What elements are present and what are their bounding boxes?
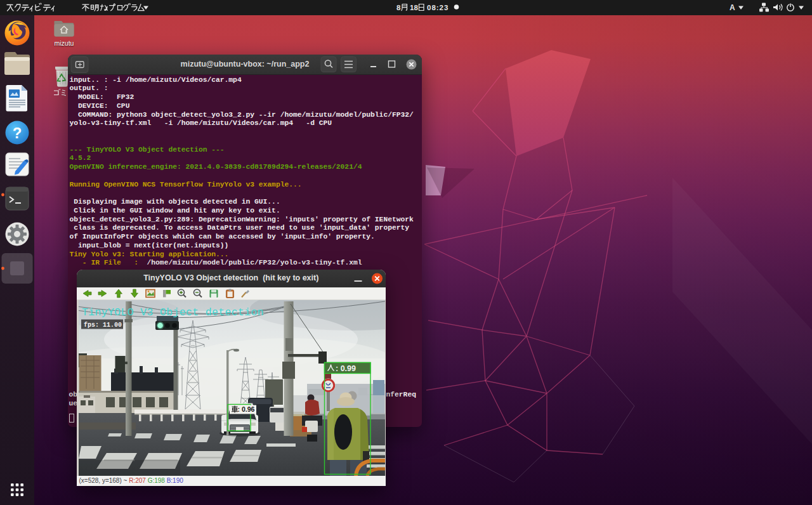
svg-text:18: 18 [410,4,418,11]
svg-text:08:23: 08:23 [427,4,449,11]
svg-text:TinyYOLO V3 Object detection: TinyYOLO V3 Object detection [82,306,264,318]
svg-text:: 0.96: : 0.96 [237,405,254,413]
svg-text:fps: 11.00: fps: 11.00 [84,322,122,329]
svg-text:: 0.99: : 0.99 [336,364,356,373]
svg-text:8: 8 [396,4,401,11]
svg-text:?: ? [13,124,22,141]
svg-text:A: A [730,3,735,12]
